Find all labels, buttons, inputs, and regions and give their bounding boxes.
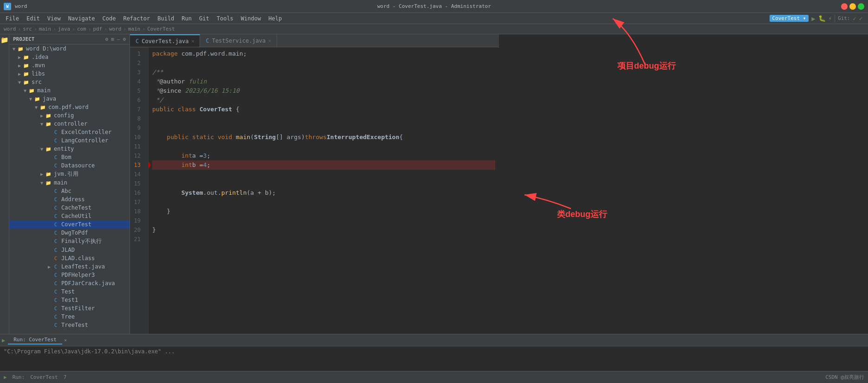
run-config-selector[interactable]: CoverTest ▾ (770, 15, 809, 22)
menu-tools[interactable]: Tools (213, 14, 237, 23)
breadcrumb-item[interactable]: pdf (93, 26, 102, 32)
tree-item-langcontroller[interactable]: ▶ C LangController (9, 136, 130, 145)
status-bar: ▶ Run: CoverTest 7 CSDN @叔亮旅行 (0, 371, 868, 383)
sidebar-icon-collapse[interactable]: — (117, 36, 120, 42)
sidebar-icon-expand[interactable]: ⊞ (111, 36, 114, 42)
run-command: "C:\Program Files\Java\jdk-17.0.2\bin\ja… (4, 348, 175, 355)
tree-item-leaftest[interactable]: ▶ C LeafTest.java (9, 262, 130, 271)
tree-item-src[interactable]: ▼ 📁 src (9, 78, 130, 86)
tree-item-label: main (37, 87, 51, 94)
folder-icon: 📁 (45, 112, 52, 119)
code-line: * @author fulin (152, 77, 495, 86)
breadcrumb-item[interactable]: com (77, 26, 86, 32)
tree-item-pdfjarcrack[interactable]: ▶ C PDFJarCrack.java (9, 279, 130, 287)
menu-git[interactable]: Git (195, 14, 213, 23)
menu-edit[interactable]: Edit (23, 14, 44, 23)
tree-item-compdfword[interactable]: ▼ 📁 com.pdf.word (9, 103, 130, 111)
maximize-btn[interactable] (858, 3, 864, 10)
tree-item-pdfhelper3[interactable]: ▶ C PDFHelper3 (9, 271, 130, 279)
folder-icon: 📁 (22, 78, 30, 86)
tab-label: TestService.java (212, 38, 266, 44)
tree-item-address[interactable]: ▶ C Address (9, 195, 130, 204)
menu-window[interactable]: Window (237, 14, 265, 23)
tree-item-entity[interactable]: ▼ 📁 entity (9, 145, 130, 153)
sidebar-icon-gear[interactable]: ⚙ (105, 36, 109, 42)
bottom-tab-run[interactable]: Run: CoverTest (8, 336, 62, 345)
tree-item-tree[interactable]: ▶ C Tree (9, 313, 130, 321)
breadcrumb-item[interactable]: word (109, 26, 122, 32)
sidebar-icon-settings[interactable]: ⚙ (123, 36, 126, 42)
debug-button[interactable]: 🐛 (818, 15, 826, 22)
tree-item-label: CacheUtil (61, 213, 91, 219)
status-run-label: Run: (13, 374, 25, 380)
minimize-btn[interactable] (849, 3, 856, 10)
tree-item-jlad[interactable]: ▶ C JLAD (9, 246, 130, 254)
folder-icon: 📁 (45, 179, 52, 186)
tree-item-treetest[interactable]: ▶ C TreeTest (9, 321, 130, 329)
breadcrumb-item[interactable]: main (128, 26, 141, 32)
tree-item-dwgtopdf[interactable]: ▶ C DwgToPdf (9, 229, 130, 237)
menu-file[interactable]: File (2, 14, 23, 23)
editor-right-side (499, 34, 868, 334)
tab-close[interactable]: ✕ (191, 38, 194, 44)
tree-item-test[interactable]: ▶ C Test (9, 287, 130, 296)
tree-item-libs[interactable]: ▶ 📁 libs (9, 70, 130, 78)
breadcrumb-item[interactable]: CoverTest (147, 26, 175, 32)
tree-item-main1[interactable]: ▼ 📁 main (9, 86, 130, 95)
menu-navigate[interactable]: Navigate (65, 14, 99, 23)
java-file-icon: C (52, 137, 59, 144)
java-file-icon: C (52, 128, 59, 136)
git-check2-icon[interactable]: ✓ (859, 15, 862, 22)
tree-item-jlad-class[interactable]: ▶ C JLAD.class (9, 254, 130, 262)
tab-close[interactable]: ✕ (268, 38, 271, 43)
tree-item-bom[interactable]: ▶ C Bom (9, 153, 130, 161)
tree-arrow: ▶ (17, 55, 22, 60)
tree-item-testfilter[interactable]: ▶ C TestFilter (9, 304, 130, 313)
folder-icon: 📁 (39, 103, 46, 111)
tree-item-main2[interactable]: ▼ 📁 main (9, 179, 130, 187)
status-line: 7 (64, 374, 67, 380)
tree-item-mvn[interactable]: ▶ 📁 .mvn (9, 61, 130, 70)
run-button[interactable]: ▶ (811, 15, 815, 22)
tree-item-word[interactable]: ▼ 📁 word D:\word (9, 45, 130, 53)
tree-item-abc[interactable]: ▶ C Abc (9, 187, 130, 195)
tree-item-test1[interactable]: ▶ C Test1 (9, 296, 130, 304)
git-check-icon[interactable]: ✓ (853, 15, 856, 22)
tree-item-cachetest[interactable]: ▶ C CacheTest (9, 204, 130, 212)
close-btn[interactable] (841, 3, 848, 10)
tree-arrow: ▼ (11, 46, 17, 51)
editor-content: 1 2 3 4 5 6 ▶7 8 9 ▶10 11 12 13 (130, 47, 499, 334)
tree-item-java[interactable]: ▼ 📁 java (9, 95, 130, 103)
tree-item-covertest[interactable]: ▶ C CoverTest (9, 220, 130, 229)
java-file-icon: C (52, 263, 59, 270)
project-panel-icon[interactable]: 📁 (1, 36, 8, 44)
tab-covertest[interactable]: C CoverTest.java ✕ (130, 34, 200, 47)
menu-run[interactable]: Run (178, 14, 195, 23)
menu-refactor[interactable]: Refactor (119, 14, 154, 23)
tree-item-excelcontroller[interactable]: ▶ C ExcelController (9, 128, 130, 136)
tab-testservice[interactable]: C TestService.java ✕ (200, 34, 277, 47)
tree-item-label: config (54, 112, 74, 119)
tree-item-finally[interactable]: ▶ C Finally不执行 (9, 237, 130, 246)
tree-item-datasource[interactable]: ▶ C Datasource (9, 161, 130, 170)
tree-item-idea[interactable]: ▶ 📁 .idea (9, 53, 130, 61)
menu-code[interactable]: Code (99, 14, 120, 23)
code-line (152, 179, 495, 188)
breadcrumb-item[interactable]: java (58, 26, 71, 32)
tree-item-config[interactable]: ▶ 📁 config (9, 111, 130, 120)
tree-item-cacheutil[interactable]: ▶ C CacheUtil (9, 212, 130, 220)
code-area[interactable]: package com.pdf.word.main; /** * @author… (149, 47, 499, 334)
menu-build[interactable]: Build (154, 14, 178, 23)
java-file-icon: C (52, 204, 59, 211)
menu-help[interactable]: Help (265, 14, 285, 23)
breadcrumb-item[interactable]: src (23, 26, 32, 32)
breadcrumb-item[interactable]: main (39, 26, 52, 32)
tree-item-jvm[interactable]: ▶ 📁 jvm.引用 (9, 170, 130, 179)
coverage-button[interactable]: ⚡ (829, 15, 832, 22)
tree-item-controller[interactable]: ▼ 📁 controller (9, 120, 130, 128)
bottom-panel: ▶ Run: CoverTest ✕ "C:\Program Files\Jav… (0, 334, 868, 371)
tree-item-label: Bom (61, 154, 71, 160)
bottom-tab-close[interactable]: ✕ (64, 338, 67, 343)
breadcrumb-item[interactable]: word (4, 26, 16, 32)
menu-view[interactable]: View (44, 14, 65, 23)
